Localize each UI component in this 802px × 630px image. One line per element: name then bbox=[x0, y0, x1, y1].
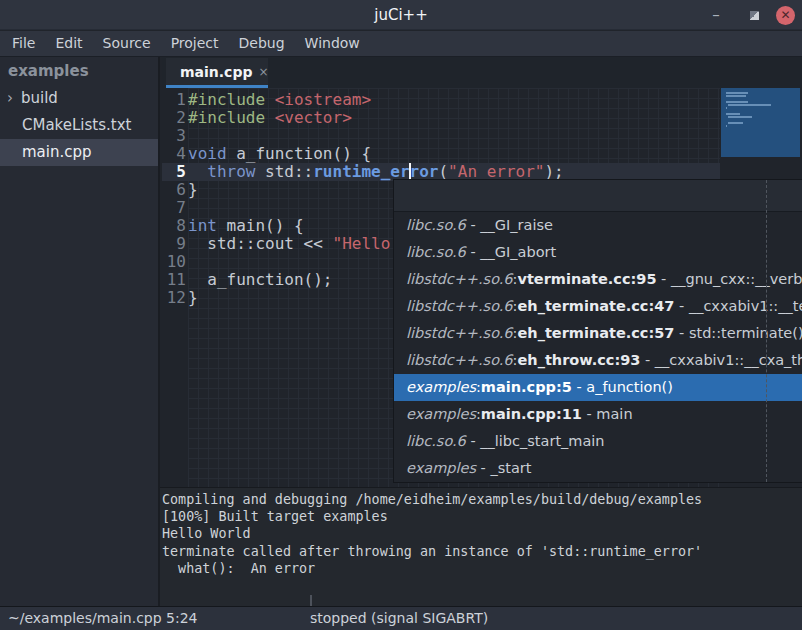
terminal-cursor bbox=[310, 595, 312, 606]
backtrace-row[interactable]: libstdc++.so.6:vterminate.cc:95 - __gnu_… bbox=[394, 266, 802, 293]
backtrace-row[interactable]: libc.so.6 - __GI_raise bbox=[394, 212, 802, 239]
backtrace-row[interactable]: examples - _start bbox=[394, 455, 802, 482]
title-bar: juCi++ – ✕ bbox=[0, 0, 802, 30]
minimap[interactable] bbox=[721, 88, 800, 157]
minimap-line bbox=[726, 125, 727, 127]
status-file-location: ~/examples/main.cpp 5:24 bbox=[8, 607, 198, 630]
popup-column-guide bbox=[766, 180, 767, 482]
tab-main-cpp[interactable]: main.cpp × bbox=[166, 58, 268, 88]
terminal-line: Hello World bbox=[162, 525, 802, 542]
line-number: 12 bbox=[162, 289, 186, 307]
popup-search-input[interactable] bbox=[394, 180, 802, 212]
minimap-line bbox=[726, 95, 746, 97]
tab-label: main.cpp bbox=[180, 64, 252, 80]
menu-item-file[interactable]: File bbox=[2, 31, 45, 56]
sidebar-item-main-cpp[interactable]: main.cpp bbox=[0, 139, 158, 166]
line-number: 9 bbox=[162, 235, 186, 253]
menu-item-project[interactable]: Project bbox=[161, 31, 229, 56]
minimap-line bbox=[728, 116, 752, 118]
line-number: 10 bbox=[162, 253, 186, 271]
line-number: 6 bbox=[162, 181, 186, 199]
backtrace-row[interactable]: examples:main.cpp:11 - main bbox=[394, 401, 802, 428]
terminal-line: [100%] Built target examples bbox=[162, 508, 802, 525]
sidebar-item-label: CMakeLists.txt bbox=[22, 112, 131, 139]
code-line: #include <iostream> bbox=[188, 91, 564, 109]
menu-item-edit[interactable]: Edit bbox=[45, 31, 92, 56]
line-number: 4 bbox=[162, 145, 186, 163]
line-number: 8 bbox=[162, 217, 186, 235]
menu-item-source[interactable]: Source bbox=[93, 31, 161, 56]
minimap-line bbox=[726, 92, 748, 94]
minimap-line bbox=[726, 101, 748, 103]
backtrace-row[interactable]: examples:main.cpp:5 - a_function() bbox=[394, 374, 802, 401]
juci-window: juCi++ – ✕ FileEditSourceProjectDebugWin… bbox=[0, 0, 802, 630]
line-number: 1 bbox=[162, 91, 186, 109]
menu-item-window[interactable]: Window bbox=[295, 31, 370, 56]
line-number-gutter: 123456789101112 bbox=[162, 91, 186, 307]
terminal-line: what(): An error bbox=[162, 560, 802, 577]
chevron-right-icon[interactable]: › bbox=[7, 85, 21, 112]
menu-bar: FileEditSourceProjectDebugWindow bbox=[0, 31, 802, 57]
menu-item-debug[interactable]: Debug bbox=[229, 31, 295, 56]
backtrace-row[interactable]: libc.so.6 - __GI_abort bbox=[394, 239, 802, 266]
minimap-line bbox=[728, 104, 771, 106]
project-tree-sidebar: examples ›buildCMakeLists.txtmain.cpp bbox=[0, 57, 160, 606]
sidebar-item-label: build bbox=[21, 85, 58, 112]
project-name: examples bbox=[0, 57, 158, 85]
tab-bar: main.cpp × bbox=[162, 57, 802, 88]
line-number: 11 bbox=[162, 271, 186, 289]
backtrace-list: libc.so.6 - __GI_raiselibc.so.6 - __GI_a… bbox=[394, 212, 802, 482]
minimap-line bbox=[728, 122, 743, 124]
maximize-button[interactable] bbox=[744, 5, 764, 25]
terminal-line: Compiling and debugging /home/eidheim/ex… bbox=[162, 491, 802, 508]
window-title: juCi++ bbox=[0, 0, 802, 30]
sidebar-item-label: main.cpp bbox=[22, 139, 92, 166]
minimize-button[interactable]: – bbox=[706, 5, 726, 25]
code-line bbox=[188, 127, 564, 145]
line-number: 7 bbox=[162, 199, 186, 217]
maximize-icon bbox=[750, 11, 759, 20]
close-button[interactable]: ✕ bbox=[776, 6, 795, 25]
line-number: 3 bbox=[162, 127, 186, 145]
terminal-line: terminate called after throwing an insta… bbox=[162, 543, 802, 560]
code-line: #include <vector> bbox=[188, 109, 564, 127]
backtrace-row[interactable]: libstdc++.so.6:eh_terminate.cc:57 - std:… bbox=[394, 320, 802, 347]
line-number: 5 bbox=[162, 163, 186, 181]
backtrace-popup: libc.so.6 - __GI_raiselibc.so.6 - __GI_a… bbox=[393, 179, 802, 483]
sidebar-item-cmakelists-txt[interactable]: CMakeLists.txt bbox=[0, 112, 158, 139]
backtrace-row[interactable]: libstdc++.so.6:eh_throw.cc:93 - __cxxabi… bbox=[394, 347, 802, 374]
code-line: void a_function() { bbox=[188, 145, 564, 163]
backtrace-row[interactable]: libc.so.6 - __libc_start_main bbox=[394, 428, 802, 455]
terminal-output[interactable]: Compiling and debugging /home/eidheim/ex… bbox=[160, 487, 802, 606]
line-number: 2 bbox=[162, 109, 186, 127]
tab-close-icon[interactable]: × bbox=[258, 65, 268, 79]
sidebar-item-build[interactable]: ›build bbox=[0, 85, 158, 112]
status-bar: ~/examples/main.cpp 5:24 stopped (signal… bbox=[0, 606, 802, 630]
status-debug-state: stopped (signal SIGABRT) bbox=[310, 607, 488, 630]
backtrace-row[interactable]: libstdc++.so.6:eh_terminate.cc:47 - __cx… bbox=[394, 293, 802, 320]
file-tree: ›buildCMakeLists.txtmain.cpp bbox=[0, 85, 158, 166]
minimap-line bbox=[726, 107, 727, 109]
minimap-line bbox=[726, 113, 740, 115]
